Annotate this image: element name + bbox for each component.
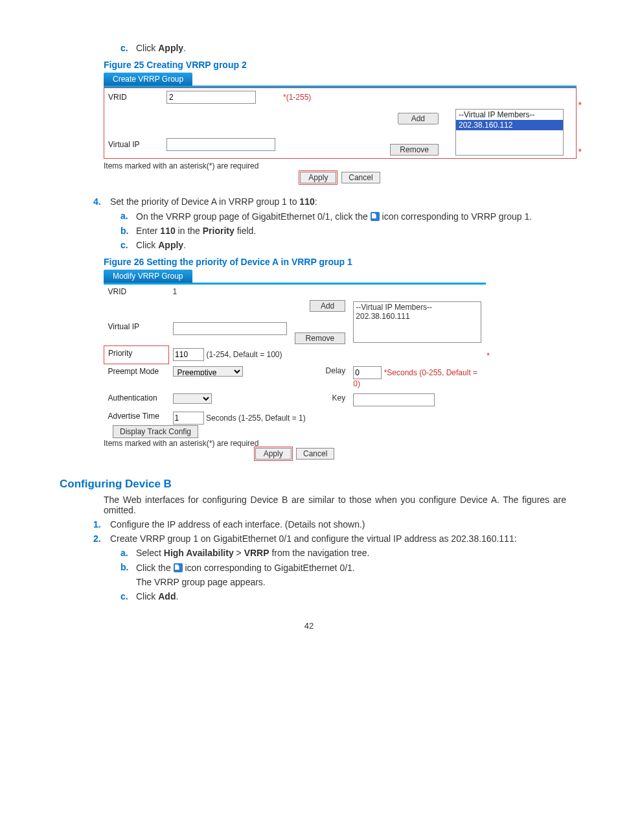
vrid-input[interactable] <box>166 91 256 104</box>
vip-members-listbox[interactable]: --Virtual IP Members-- 202.38.160.112 <box>455 109 564 156</box>
substep-marker: c. <box>120 43 128 53</box>
authentication-label: Authentication <box>104 391 169 409</box>
advertise-time-hint: Seconds (1-255, Default = 1) <box>206 414 306 423</box>
key-label: Key <box>291 391 350 409</box>
delay-input[interactable] <box>353 366 382 379</box>
vip-members-header: --Virtual IP Members-- <box>456 110 563 120</box>
device-b-step-2a: a. Select High Availability > VRRP from … <box>136 548 566 558</box>
required-note: Items marked with an asterisk(*) are req… <box>104 439 486 448</box>
device-b-step-1: 1. Configure the IP address of each inte… <box>110 519 566 530</box>
figure-26: Modify VRRP Group VRID 1 Add --Virtual I… <box>104 270 486 458</box>
priority-input[interactable] <box>173 348 204 361</box>
authentication-select[interactable] <box>173 393 212 404</box>
required-asterisk: * <box>578 146 582 157</box>
preempt-mode-select[interactable]: Preemptive <box>173 366 243 377</box>
cancel-button[interactable]: Cancel <box>341 172 380 183</box>
delay-label: Delay <box>291 364 350 391</box>
preempt-mode-label: Preempt Mode <box>104 364 169 391</box>
figure-25-caption: Figure 25 Creating VRRP group 2 <box>104 60 566 70</box>
create-group-tab[interactable]: Create VRRP Group <box>104 73 192 86</box>
virtual-ip-label: Virtual IP <box>104 132 163 158</box>
virtual-ip-label: Virtual IP <box>104 320 169 345</box>
required-note: Items marked with an asterisk(*) are req… <box>104 161 577 170</box>
apply-button[interactable]: Apply <box>255 448 292 460</box>
substep-text: Click Apply. <box>136 43 186 53</box>
key-input[interactable] <box>353 393 435 406</box>
step-marker: 4. <box>93 196 101 207</box>
display-track-config-button[interactable]: Display Track Config <box>113 425 198 438</box>
apply-button[interactable]: Apply <box>300 172 336 183</box>
device-b-step-2: 2. Create VRRP group 1 on GigabitEtherne… <box>110 533 566 601</box>
advertise-time-input[interactable] <box>173 412 204 425</box>
vip-members-listbox[interactable]: --Virtual IP Members-- 202.38.160.111 <box>353 301 481 343</box>
virtual-ip-input[interactable] <box>166 138 275 151</box>
required-asterisk: * <box>578 100 582 110</box>
remove-vip-button[interactable]: Remove <box>390 144 439 156</box>
modify-group-tab[interactable]: Modify VRRP Group <box>104 270 192 283</box>
priority-hint: (1-254, Default = 100) <box>206 350 282 359</box>
cancel-button[interactable]: Cancel <box>296 448 334 460</box>
device-b-step-2b: b. Click the icon corresponding to Gigab… <box>136 562 566 587</box>
step-text: Set the priority of Device A in VRRP gro… <box>110 196 317 207</box>
configuring-device-b-heading: Configuring Device B <box>60 478 566 491</box>
edit-icon <box>174 563 183 572</box>
virtual-ip-input[interactable] <box>173 322 287 335</box>
vrid-range: *(1-255) <box>283 93 311 102</box>
step-4: 4. Set the priority of Device A in VRRP … <box>110 196 566 250</box>
required-asterisk: * <box>486 351 490 360</box>
substep-4a: a. On the VRRP group page of GigabitEthe… <box>136 211 566 222</box>
figure-26-caption: Figure 26 Setting the priority of Device… <box>104 257 566 267</box>
device-b-step-2c: c. Click Add. <box>136 591 566 601</box>
substep-4c: c. Click Apply. <box>136 240 566 250</box>
add-vip-button[interactable]: Add <box>398 113 439 124</box>
vrid-label: VRID <box>104 88 163 106</box>
vrid-value: 1 <box>169 285 291 299</box>
figure-25: Create VRRP Group VRID *(1-255) Add --Vi… <box>104 73 577 182</box>
vrid-label: VRID <box>104 285 169 299</box>
priority-label: Priority <box>104 345 169 364</box>
substep-4b: b. Enter 110 in the Priority field. <box>136 226 566 236</box>
advertise-time-label: Advertise Time <box>104 409 169 427</box>
remove-vip-button[interactable]: Remove <box>295 332 346 344</box>
page-number: 42 <box>52 621 566 631</box>
vip-member-ip: 202.38.160.111 <box>356 312 479 321</box>
edit-icon <box>371 212 380 221</box>
substep-c-apply: c. Click Apply. <box>136 43 566 53</box>
device-b-intro: The Web interfaces for configuring Devic… <box>104 495 566 515</box>
vip-member-selected[interactable]: 202.38.160.112 <box>456 120 563 130</box>
vip-members-header: --Virtual IP Members-- <box>356 303 479 312</box>
add-vip-button[interactable]: Add <box>310 300 345 312</box>
